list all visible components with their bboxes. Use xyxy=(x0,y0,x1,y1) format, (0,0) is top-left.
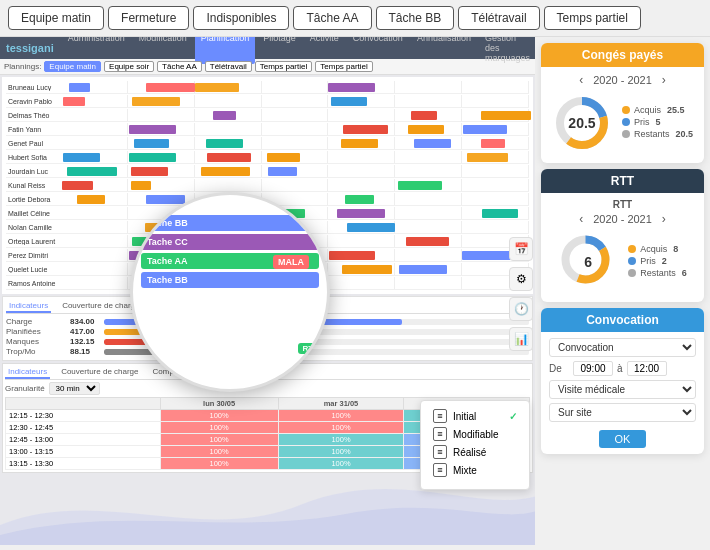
bt-tab-indicateurs[interactable]: Indicateurs xyxy=(5,366,50,379)
grid-cells xyxy=(61,95,529,107)
grid-cell xyxy=(128,95,195,107)
toolbar-tag-5[interactable]: Temps partiel xyxy=(315,61,373,72)
toolbar-tag-4[interactable]: Temps partiel xyxy=(255,61,313,72)
task-block xyxy=(132,97,180,106)
convocation-header: Convocation xyxy=(541,308,704,332)
task-block xyxy=(201,167,250,176)
legend-label: Mixte xyxy=(453,465,517,476)
nav-tab-modification[interactable]: Modification xyxy=(133,37,193,64)
nav-tab-planification[interactable]: Planification xyxy=(195,37,256,64)
restants-label: Restants xyxy=(634,129,670,139)
table-row: Fatin Yann xyxy=(6,123,529,136)
tag-fermeture[interactable]: Fermeture xyxy=(108,6,189,30)
acquis-dot xyxy=(622,106,630,114)
ind-tab-indicateurs[interactable]: Indicateurs xyxy=(6,300,51,313)
grid-cell xyxy=(195,109,262,121)
employee-name: Perez Dimitri xyxy=(6,252,61,259)
rtt-donut: 6 xyxy=(558,232,618,292)
task-block xyxy=(146,83,196,92)
time-start: 17:00 xyxy=(149,201,172,211)
conges-year-nav: ‹ 2020 - 2021 › xyxy=(549,73,696,87)
employee-name: Noïan Camille xyxy=(6,224,61,231)
site-select[interactable]: Sur site xyxy=(549,403,696,422)
employee-name: Delmas Théo xyxy=(6,112,61,119)
nav-tab-activité[interactable]: Activité xyxy=(304,37,345,64)
restants-value: 20.5 xyxy=(676,129,694,139)
toolbar-tag-0[interactable]: Equipe matin xyxy=(44,61,101,72)
grid-cell xyxy=(61,193,128,205)
tag-tache-aa[interactable]: Tâche AA xyxy=(293,6,371,30)
time-de-input[interactable] xyxy=(573,361,613,376)
nav-tab-administration[interactable]: Administration xyxy=(62,37,131,64)
task-block xyxy=(63,153,100,162)
task-block xyxy=(481,111,531,120)
rtt-prev-btn[interactable]: ‹ xyxy=(577,212,585,226)
granularity-label: Granularité xyxy=(5,384,45,393)
legend-restants: Restants 20.5 xyxy=(622,129,693,139)
legend-check: ✓ xyxy=(509,411,517,422)
tag-indisponibles[interactable]: Indisponibles xyxy=(193,6,289,30)
conges-prev-btn[interactable]: ‹ xyxy=(577,73,585,87)
time-de-row: De à xyxy=(549,361,696,376)
convocation-body: Convocation Réunion Formation De à Visit… xyxy=(541,332,704,454)
grid-cell xyxy=(395,109,462,121)
grid-cell xyxy=(462,81,529,93)
rtt-year: 2020 - 2021 xyxy=(593,213,652,225)
rtt-next-btn[interactable]: › xyxy=(660,212,668,226)
tag-equipe-matin[interactable]: Equipe matin xyxy=(8,6,104,30)
tag-tache-bb[interactable]: Tâche BB xyxy=(376,6,455,30)
task-block xyxy=(69,83,89,92)
tag-temps-partiel[interactable]: Temps partiel xyxy=(544,6,641,30)
nav-tab-convocation[interactable]: Convocation xyxy=(347,37,409,64)
rtt-restants-value: 6 xyxy=(682,268,687,278)
toolbar-tag-1[interactable]: Equipe soir xyxy=(104,61,154,72)
nav-tab-pilotage[interactable]: Pilotage xyxy=(257,37,302,64)
calendar-icon[interactable]: 📅 xyxy=(509,237,533,261)
task-block xyxy=(134,139,169,148)
table-row: Jourdain Luc xyxy=(6,165,529,178)
pris-value: 5 xyxy=(655,117,660,127)
time-a-input[interactable] xyxy=(627,361,667,376)
time-header: 17:00 18:00 xyxy=(139,201,321,211)
rtt-legend-pris: Pris 2 xyxy=(628,256,687,266)
task-block xyxy=(482,209,518,218)
chart-icon[interactable]: 📊 xyxy=(509,327,533,351)
indicator-value: 834.00 xyxy=(70,317,100,326)
task-block xyxy=(462,251,510,260)
task-block xyxy=(268,167,297,176)
data-cell: 100% xyxy=(160,410,278,422)
convocation-type-select[interactable]: Convocation Réunion Formation xyxy=(549,338,696,357)
bt-tab-couverture-de-charge[interactable]: Couverture de charge xyxy=(58,366,141,379)
pris-label: Pris xyxy=(634,117,650,127)
grid-cell xyxy=(262,165,329,177)
pris-dot xyxy=(622,118,630,126)
ok-button[interactable]: OK xyxy=(599,430,647,448)
grid-cell xyxy=(61,263,128,275)
legend-item: ≡ Modifiable xyxy=(433,427,517,441)
grid-cell xyxy=(328,207,395,219)
grid-cell xyxy=(462,151,529,163)
convocation-card: Convocation Convocation Réunion Formatio… xyxy=(541,308,704,454)
employee-name: Quelet Lucie xyxy=(6,266,61,273)
grid-cell xyxy=(128,151,195,163)
indicator-label: Trop/Mo xyxy=(6,347,66,356)
conges-donut: 20.5 xyxy=(552,93,612,153)
grid-cell xyxy=(328,137,395,149)
granularity-select[interactable]: 30 min xyxy=(49,382,100,395)
conges-header: Congés payés xyxy=(541,43,704,67)
toolbar-tag-3[interactable]: Télétravail xyxy=(205,61,252,72)
visite-select[interactable]: Visite médicale xyxy=(549,380,696,399)
tag-teletravail[interactable]: Télétravail xyxy=(458,6,539,30)
conges-next-btn[interactable]: › xyxy=(660,73,668,87)
grid-cell xyxy=(462,137,529,149)
nav-tab-gestion-des-marquages[interactable]: Gestion des marquages xyxy=(479,37,535,64)
table-row: Ceravin Pablo xyxy=(6,95,529,108)
gear-icon[interactable]: ⚙ xyxy=(509,267,533,291)
rtt-restants-dot xyxy=(628,269,636,277)
nav-tab-annualisation[interactable]: Annualisation xyxy=(411,37,477,64)
toolbar-tag-2[interactable]: Tâche AA xyxy=(157,61,202,72)
grid-cell xyxy=(195,81,262,93)
legend-items: ≡ Initial ✓ ≡ Modifiable ≡ Réalisé ≡ Mix… xyxy=(433,409,517,477)
data-cell: 100% xyxy=(160,422,278,434)
clock-icon[interactable]: 🕐 xyxy=(509,297,533,321)
